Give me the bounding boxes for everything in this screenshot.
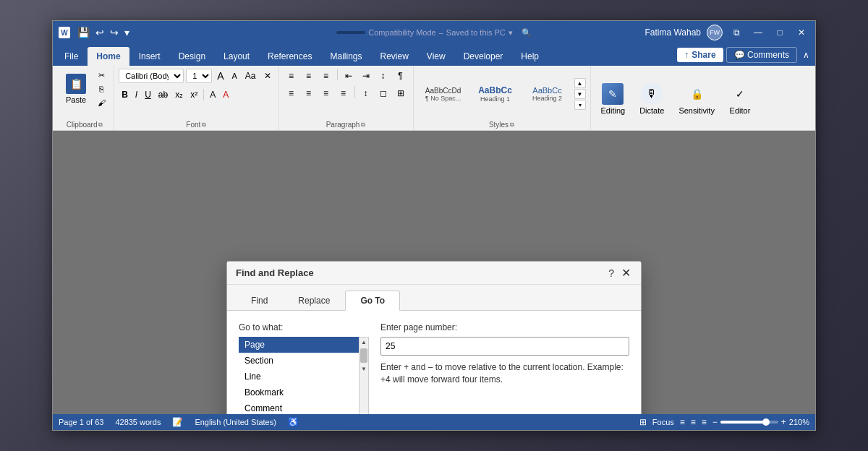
justify-btn[interactable]: ≡ (336, 86, 352, 100)
track-changes-icon[interactable]: 📝 (172, 417, 183, 427)
share-button[interactable]: ↑ Share (677, 48, 723, 62)
goto-item-bookmark[interactable]: Bookmark (239, 385, 359, 400)
zoom-bar[interactable] (720, 421, 778, 424)
maximize-btn[interactable]: □ (772, 25, 788, 40)
editing-icon: ✎ (602, 83, 624, 105)
tab-insert[interactable]: Insert (130, 47, 169, 66)
align-left-btn[interactable]: ≡ (284, 86, 299, 100)
subscript-button[interactable]: x₂ (172, 87, 186, 102)
font-shrink-btn[interactable]: A (229, 69, 239, 83)
document-area: Find and Replace ? ✕ Find Replace G (53, 131, 815, 414)
sensitivity-button[interactable]: 🔒 Sensitivity (673, 80, 720, 118)
tab-replace[interactable]: Replace (283, 291, 345, 311)
align-center-btn[interactable]: ≡ (301, 86, 317, 100)
zoom-in-btn[interactable]: + (781, 417, 786, 427)
strikethrough-button[interactable]: ab (156, 87, 171, 102)
status-bar: Page 1 of 63 42835 words 📝 English (Unit… (53, 414, 815, 430)
focus-icon[interactable]: ⊞ (639, 417, 647, 427)
styles-expand-icon[interactable]: ⧉ (510, 121, 514, 129)
italic-button[interactable]: I (132, 87, 140, 102)
tab-help[interactable]: Help (512, 47, 548, 66)
cut-button[interactable]: ✂ (93, 69, 109, 82)
style-normal-label: ¶ No Spac... (425, 95, 462, 102)
tab-goto[interactable]: Go To (345, 291, 400, 311)
paste-button[interactable]: 📋 Paste (60, 69, 92, 109)
tab-references[interactable]: References (259, 47, 320, 66)
style-heading2[interactable]: AaBbCc Heading 2 (522, 82, 573, 106)
copy-button[interactable]: ⎘ (93, 82, 109, 95)
goto-item-line[interactable]: Line (239, 369, 359, 385)
sensitivity-label: Sensitivity (678, 106, 715, 115)
tab-review[interactable]: Review (371, 47, 417, 66)
text-highlight-btn[interactable]: A (207, 87, 218, 102)
language: English (United States) (195, 418, 276, 426)
accessibility-icon[interactable]: ♿ (288, 417, 299, 427)
borders-btn[interactable]: ⊞ (393, 86, 409, 100)
search-icon[interactable]: 🔍 (522, 28, 532, 38)
decrease-indent-btn[interactable]: ⇤ (341, 69, 357, 83)
tab-find[interactable]: Find (236, 291, 283, 311)
style-normal[interactable]: AaBbCcDd ¶ No Spac... (418, 83, 469, 106)
view-mode-3[interactable]: ≡ (702, 417, 707, 427)
minimize-btn[interactable]: — (750, 25, 766, 40)
scroll-thumb[interactable] (360, 348, 367, 363)
tab-mailings[interactable]: Mailings (321, 47, 370, 66)
bullets-btn[interactable]: ≡ (284, 69, 299, 83)
show-marks-btn[interactable]: ¶ (393, 69, 409, 83)
ribbon-collapse-btn[interactable]: ∧ (800, 50, 812, 60)
format-painter-button[interactable]: 🖌 (93, 96, 109, 109)
clear-format-btn[interactable]: ✕ (261, 69, 274, 83)
save-quick-btn[interactable]: 💾 (76, 27, 91, 38)
change-case-btn[interactable]: Aa (242, 69, 259, 83)
dialog-close-btn[interactable]: ✕ (620, 266, 632, 280)
editing-button[interactable]: ✎ Editing (595, 80, 631, 118)
align-right-btn[interactable]: ≡ (318, 86, 334, 100)
tab-file[interactable]: File (56, 47, 87, 66)
tab-design[interactable]: Design (170, 47, 214, 66)
styles-expand-btn[interactable]: ▾ (574, 100, 586, 110)
numbering-btn[interactable]: ≡ (301, 69, 317, 83)
tab-home[interactable]: Home (88, 47, 129, 66)
font-color-btn[interactable]: A (220, 87, 231, 102)
zoom-out-btn[interactable]: − (712, 417, 718, 427)
tab-view[interactable]: View (418, 47, 454, 66)
dialog-help-btn[interactable]: ? (608, 267, 614, 279)
view-mode-1[interactable]: ≡ (680, 417, 685, 427)
scroll-up-arrow[interactable]: ▲ (359, 338, 368, 347)
comments-label: Comments (747, 50, 789, 60)
page-number-input[interactable] (380, 337, 629, 356)
font-grow-btn[interactable]: A (214, 69, 226, 83)
shading-btn[interactable]: ◻ (375, 86, 391, 100)
editor-button[interactable]: ✓ Editor (723, 80, 757, 118)
dictate-button[interactable]: 🎙 Dictate (634, 80, 670, 118)
goto-item-comment[interactable]: Comment (239, 400, 359, 414)
sort-btn[interactable]: ↕ (375, 69, 391, 83)
styles-scroll-up[interactable]: ▲ (574, 78, 586, 88)
tab-developer[interactable]: Developer (455, 47, 512, 66)
switch-windows-btn[interactable]: ⧉ (728, 25, 744, 40)
paragraph-expand-icon[interactable]: ⧉ (361, 121, 365, 129)
goto-item-page[interactable]: Page (239, 337, 359, 353)
goto-item-section[interactable]: Section (239, 353, 359, 369)
comments-button[interactable]: 💬 Comments (726, 47, 797, 63)
view-mode-2[interactable]: ≡ (691, 417, 696, 427)
font-size-select[interactable]: 11 (186, 69, 212, 83)
clipboard-expand-icon[interactable]: ⧉ (98, 121, 103, 129)
goto-scrollbar[interactable]: ▲ ▼ (359, 337, 369, 414)
scroll-down-arrow[interactable]: ▼ (359, 364, 368, 374)
font-name-select[interactable]: Calibri (Body) (119, 69, 184, 83)
customize-btn[interactable]: ▾ (123, 27, 131, 38)
styles-scroll-down[interactable]: ▼ (574, 89, 586, 99)
redo-btn[interactable]: ↪ (109, 27, 120, 38)
bold-button[interactable]: B (119, 87, 131, 102)
line-spacing-btn[interactable]: ↕ (358, 86, 374, 100)
underline-button[interactable]: U (142, 87, 154, 102)
tab-layout[interactable]: Layout (215, 47, 258, 66)
style-heading1[interactable]: AaBbCc Heading 1 (470, 82, 521, 106)
superscript-button[interactable]: x² (187, 87, 200, 102)
undo-btn[interactable]: ↩ (94, 27, 106, 38)
increase-indent-btn[interactable]: ⇥ (358, 69, 374, 83)
multilevel-list-btn[interactable]: ≡ (318, 69, 334, 83)
font-expand-icon[interactable]: ⧉ (202, 121, 206, 129)
window-close-btn[interactable]: ✕ (793, 25, 809, 40)
